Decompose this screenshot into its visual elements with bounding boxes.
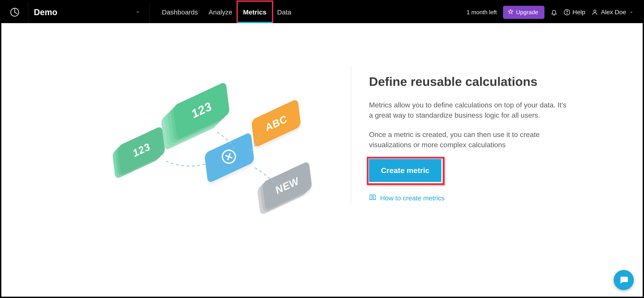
nav-label: Dashboards xyxy=(162,8,198,16)
divider xyxy=(28,1,28,23)
cta-label: Create metric xyxy=(381,166,429,174)
topbar-right: 1 month left Upgrade Help Alex Doe xyxy=(466,6,634,19)
svg-point-4 xyxy=(594,10,596,12)
help-button[interactable]: Help xyxy=(564,9,586,16)
upgrade-button[interactable]: Upgrade xyxy=(503,6,544,19)
main-content: 123 123 ABC xyxy=(1,23,643,297)
app-logo[interactable] xyxy=(8,5,22,19)
star-icon xyxy=(508,9,513,16)
chevron-down-icon xyxy=(135,9,141,15)
nav-dashboards[interactable]: Dashboards xyxy=(156,1,203,23)
trial-status: 1 month left xyxy=(466,9,497,16)
connector-lines xyxy=(74,65,324,203)
workspace-name: Demo xyxy=(34,7,58,17)
create-metric-button[interactable]: Create metric xyxy=(369,159,441,182)
metrics-illustration: 123 123 ABC xyxy=(74,65,324,203)
nav-data[interactable]: Data xyxy=(272,1,296,23)
main-nav: Dashboards Analyze Metrics Data xyxy=(156,1,296,23)
nav-label: Data xyxy=(277,8,291,16)
user-menu[interactable]: Alex Doe xyxy=(592,9,634,16)
chevron-down-icon xyxy=(629,10,634,14)
help-label: Help xyxy=(572,9,586,16)
page-heading: Define reusable calculations xyxy=(369,74,570,89)
workspace-selector[interactable]: Demo xyxy=(34,1,150,23)
empty-state-text: Define reusable calculations Metrics all… xyxy=(369,65,570,203)
how-to-link[interactable]: How to create metrics xyxy=(380,194,445,202)
book-icon xyxy=(369,194,376,203)
description-2: Once a metric is created, you can then u… xyxy=(369,130,570,150)
svg-marker-1 xyxy=(508,9,513,13)
nav-metrics[interactable]: Metrics xyxy=(238,1,272,23)
vertical-separator xyxy=(351,65,351,203)
upgrade-label: Upgrade xyxy=(516,9,538,16)
chat-icon xyxy=(619,275,629,285)
user-name: Alex Doe xyxy=(601,9,626,16)
top-bar: Demo Dashboards Analyze Metrics Data xyxy=(1,1,643,23)
nav-analyze[interactable]: Analyze xyxy=(203,1,238,23)
svg-point-3 xyxy=(567,13,567,14)
nav-label: Analyze xyxy=(209,8,232,16)
nav-label: Metrics xyxy=(243,8,266,16)
description-1: Metrics allow you to define calculations… xyxy=(369,100,570,121)
chat-launcher[interactable] xyxy=(614,270,634,290)
bell-icon[interactable] xyxy=(551,9,558,15)
